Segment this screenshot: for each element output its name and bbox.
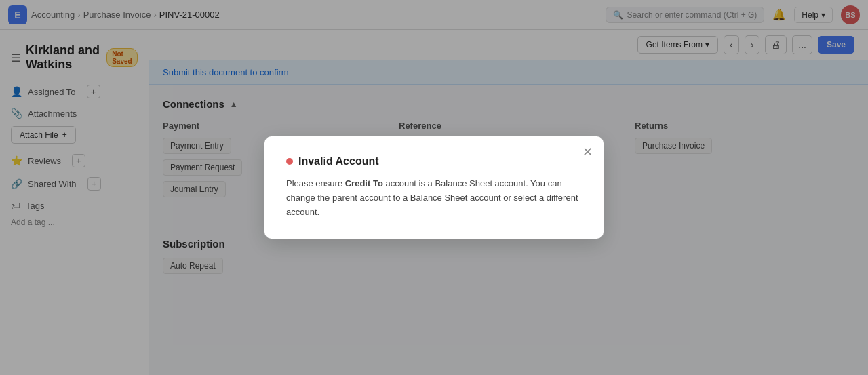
- modal-bold-text: Credit To: [345, 178, 383, 189]
- modal-body: Please ensure Credit To account is a Bal…: [286, 177, 582, 219]
- modal-body-text1: Please ensure: [286, 178, 345, 189]
- modal-title-text: Invalid Account: [298, 155, 379, 167]
- red-dot-icon: [286, 158, 293, 165]
- modal-title: Invalid Account: [286, 155, 582, 167]
- modal-close-button[interactable]: ✕: [583, 144, 593, 159]
- modal-overlay[interactable]: ✕ Invalid Account Please ensure Credit T…: [0, 0, 868, 375]
- invalid-account-modal: ✕ Invalid Account Please ensure Credit T…: [264, 136, 604, 238]
